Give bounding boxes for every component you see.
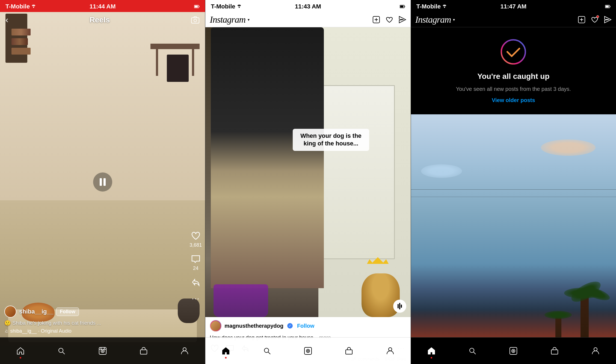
reels-username[interactable]: shiba__ig__: [19, 308, 54, 315]
reels-avatar[interactable]: [4, 306, 16, 318]
carrier-label: T-Mobile: [5, 3, 36, 10]
svg-rect-3: [199, 6, 200, 7]
nav-shop-p3[interactable]: [546, 343, 563, 359]
reels-audio[interactable]: ♫ shiba__ig__ · Original Audio: [4, 328, 186, 334]
ig-logo-p3: Instagram: [415, 14, 451, 25]
post-username[interactable]: magnusthetherapydog: [224, 323, 283, 329]
home-icon-p2: [221, 347, 230, 355]
nav-profile-p3[interactable]: [587, 343, 604, 359]
cloud-2: [421, 164, 462, 178]
nav-search-p3[interactable]: [464, 343, 481, 359]
nav-profile-p2[interactable]: [382, 343, 398, 359]
like-count: 3,681: [189, 242, 202, 248]
status-bar-panel1: T-Mobile 11:44 AM: [0, 0, 205, 12]
svg-point-14: [183, 348, 186, 351]
add-post-button-p3[interactable]: [578, 16, 585, 23]
svg-point-5: [194, 19, 197, 22]
svg-rect-31: [610, 6, 610, 7]
person-body: [211, 27, 324, 288]
battery-icon-p1: [194, 5, 200, 8]
shop-icon-p1: [139, 347, 148, 355]
comment-button[interactable]: 24: [190, 253, 201, 271]
share-button[interactable]: [190, 277, 201, 288]
carrier-label-p2: T-Mobile: [211, 3, 241, 10]
wifi-icon-p3: [442, 5, 447, 8]
post-follow-button[interactable]: Follow: [297, 323, 314, 329]
nav-home-p2[interactable]: [218, 343, 234, 359]
music-wave-button[interactable]: [393, 300, 406, 313]
post-video-bg: [205, 27, 410, 317]
svg-rect-4: [191, 18, 199, 23]
battery-icon-p3: [605, 5, 611, 8]
reels-actions: 3,681 24 ···: [189, 230, 202, 304]
time-label-p3: 11:47 AM: [500, 3, 526, 10]
messages-button-p3[interactable]: [604, 16, 612, 23]
reels-header: ‹ Reels: [0, 12, 205, 28]
pause-button[interactable]: [93, 172, 112, 192]
shop-icon-p3: [550, 347, 559, 355]
svg-rect-2: [195, 6, 198, 8]
nav-reels-p3[interactable]: [505, 343, 522, 359]
reels-title: Reels: [90, 16, 110, 24]
search-icon-p3: [468, 347, 477, 355]
home-dot-p2: [225, 357, 227, 359]
nav-home-p1[interactable]: [12, 343, 29, 359]
caught-up-panel: T-Mobile 11:47 AM Instagram ▾: [411, 0, 616, 364]
svg-point-6: [59, 348, 63, 353]
post-avatar[interactable]: [210, 320, 222, 332]
carrier-text-p3: T-Mobile: [416, 3, 441, 10]
nav-home-p3[interactable]: [423, 343, 440, 359]
power-line-2: [411, 197, 616, 197]
more-icon: ···: [190, 293, 201, 304]
svg-point-38: [512, 349, 515, 353]
nav-profile-p1[interactable]: [176, 343, 193, 359]
svg-point-36: [470, 348, 474, 353]
svg-rect-18: [404, 6, 405, 7]
bottom-nav-p1: [0, 337, 205, 364]
home-active-dot-p1: [20, 357, 21, 359]
carrier-text-p2: T-Mobile: [211, 3, 235, 10]
plus-icon: [372, 16, 380, 23]
add-post-button[interactable]: [372, 16, 380, 23]
ig-logo-row-p3: Instagram ▾: [415, 14, 455, 25]
sunset-photo: [411, 114, 616, 364]
ig-header-p3: Instagram ▾: [411, 12, 616, 27]
chevron-down-icon[interactable]: ▾: [248, 17, 250, 22]
status-icons-p2: [400, 5, 405, 8]
more-button[interactable]: ···: [190, 293, 201, 304]
profile-icon-p2: [386, 347, 395, 355]
share-icon: [190, 277, 201, 288]
reels-panel: T-Mobile 11:44 AM ‹ Reels: [0, 0, 205, 364]
back-button[interactable]: ‹: [5, 15, 8, 25]
nav-shop-p2[interactable]: [341, 343, 357, 359]
reels-follow-button[interactable]: Follow: [56, 308, 79, 316]
door: [321, 85, 395, 259]
chevron-down-icon-p3[interactable]: ▾: [453, 17, 455, 22]
messages-button[interactable]: [399, 16, 406, 23]
view-older-posts-link[interactable]: View older posts: [492, 97, 535, 103]
camera-icon[interactable]: [191, 16, 200, 24]
svg-rect-40: [551, 350, 558, 354]
svg-rect-37: [510, 347, 517, 354]
like-button[interactable]: 3,681: [189, 230, 202, 248]
reels-caption: 🙂 Shiba he's joking with his cat friends…: [4, 320, 186, 326]
ig-header-p2: Instagram ▾: [205, 12, 410, 27]
comment-count: 24: [193, 265, 199, 271]
nav-search-p2[interactable]: [259, 343, 275, 359]
nav-shop-p1[interactable]: [135, 343, 152, 359]
nav-search-p1[interactable]: [53, 343, 70, 359]
pause-icon: [100, 178, 106, 186]
notifications-button-p3[interactable]: [591, 16, 599, 23]
status-icons-p1: [194, 5, 200, 8]
send-icon-header-p3: [604, 16, 612, 23]
post-video-area: When your dog is the king of the house..…: [205, 27, 410, 317]
wifi-icon-p2: [237, 5, 241, 8]
svg-rect-26: [346, 350, 352, 354]
caught-up-subtitle: You've seen all new posts from the past …: [456, 85, 571, 93]
post-user-row: magnusthetherapydog ✓ Follow: [210, 320, 406, 332]
nav-reels-p1[interactable]: [94, 343, 111, 359]
svg-point-41: [594, 348, 597, 351]
nav-reels-p2[interactable]: [300, 343, 316, 359]
status-icons-p3: [605, 5, 611, 8]
notifications-button[interactable]: [386, 16, 393, 23]
